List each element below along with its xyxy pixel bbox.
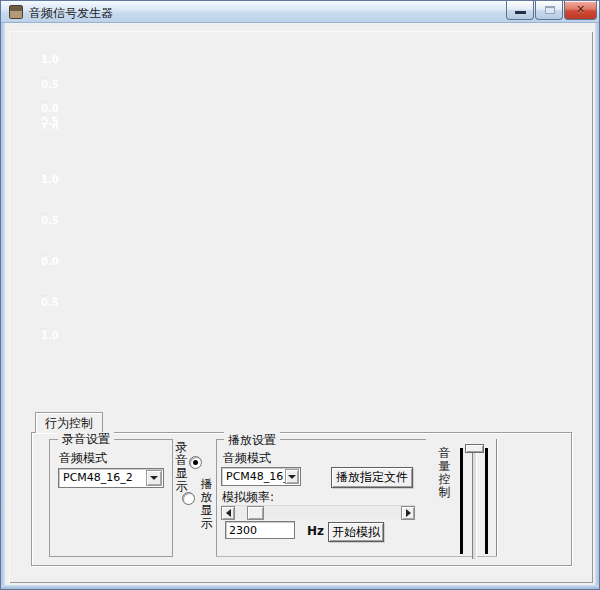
y-axis-label: 1.0 [41,124,59,129]
start-simulation-label: 开始模拟 [332,524,380,541]
arrow-left-icon [226,509,231,517]
y-axis-tick [40,101,46,102]
close-button[interactable]: ✕ [564,1,597,20]
playback-audio-mode-combo[interactable]: PCM48_16_2 [221,467,301,486]
titlebar: 音频信号发生器 ✕ [1,1,599,23]
recording-group-title: 录音设置 [58,432,114,446]
sim-frequency-label: 模拟频率: [222,489,274,506]
play-specified-file-label: 播放指定文件 [336,469,408,486]
play-specified-file-button[interactable]: 播放指定文件 [331,467,413,488]
playback-audio-mode-label: 音频模式 [223,450,271,467]
maximize-button[interactable] [535,1,563,20]
minimize-icon [515,11,526,14]
minimize-button[interactable] [506,1,534,20]
scroll-right-button[interactable] [401,506,415,520]
playback-combo-dropdown-button[interactable] [285,469,299,484]
window-frame-bottom [1,585,599,589]
y-axis-label: 1.0 [41,55,59,65]
volume-bar-left [460,448,463,554]
y-axis-tick [40,254,46,255]
frequency-input[interactable] [225,521,295,539]
y-axis-label: 0.5 [41,216,59,226]
play-display-radio[interactable] [182,492,195,505]
recording-audio-mode-value: PCM48_16_2 [63,471,133,484]
y-axis-label: 0.5 [41,298,59,308]
y-axis-label: 0.5 [41,80,59,90]
scroll-left-button[interactable] [221,506,235,520]
volume-slider-thumb[interactable] [465,444,484,453]
y-axis-tick [40,77,46,78]
y-axis-tick [40,328,46,329]
tab-label: 行为控制 [45,415,93,432]
y-axis-label: 1.0 [41,331,59,339]
window-title: 音频信号发生器 [29,5,113,22]
recording-audio-mode-label: 音频模式 [59,450,107,467]
play-display-label: 播放显示 [200,478,213,530]
y-axis-tick [40,172,46,173]
playback-group-border-bottom [216,556,497,557]
y-axis-label: 1.0 [41,175,59,185]
maximize-icon [545,6,555,14]
recording-combo-dropdown-button[interactable] [146,470,162,486]
volume-slider-track [472,445,477,559]
hz-unit-label: Hz [307,524,324,538]
recording-audio-mode-combo[interactable]: PCM48_16_2 [58,468,164,488]
y-axis-tick [40,121,46,122]
record-display-label: 录音显示 [175,441,188,493]
window-frame-right [595,23,599,589]
start-simulation-button[interactable]: 开始模拟 [328,522,384,542]
app-window: 音频信号发生器 ✕ 1.00.50.00.5 [0,0,600,590]
playback-group-title: 播放设置 [224,432,280,449]
playback-group-border-right [496,439,497,557]
close-icon: ✕ [565,3,596,16]
app-icon [9,5,23,19]
playback-group-border-left [216,439,217,557]
volume-control-label: 音量控制 [438,447,451,499]
chevron-down-icon [288,475,296,479]
frequency-scrollbar-thumb[interactable] [247,506,264,520]
window-frame-left [1,23,5,589]
frequency-scrollbar[interactable] [221,505,415,519]
y-axis-label: 0.0 [41,257,59,267]
volume-bar-right [485,448,488,554]
y-axis-tick [40,213,46,214]
y-axis-tick [40,295,46,296]
y-axis-label: 0.0 [41,104,59,114]
tab-behavior-control[interactable]: 行为控制 [35,412,103,433]
record-display-radio[interactable] [189,456,202,469]
chevron-down-icon [150,476,158,480]
y-axis-tick [40,114,46,115]
arrow-right-icon [406,509,411,517]
